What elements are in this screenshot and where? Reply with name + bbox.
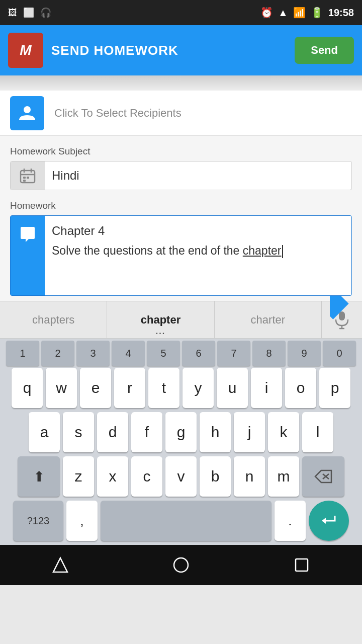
key-x[interactable]: x <box>97 456 128 497</box>
key-k[interactable]: k <box>268 412 299 452</box>
app-logo: M <box>8 33 43 68</box>
homework-text-prefix: Solve the questions at the end of the <box>52 244 243 257</box>
recents-button[interactable] <box>287 550 317 580</box>
recipients-bar[interactable]: Click To Select Recipients <box>0 91 362 136</box>
recipients-icon-box <box>10 96 44 130</box>
battery-icon: 🔋 <box>311 7 323 19</box>
app-bar: M SEND HOMEWORK Send <box>0 25 362 75</box>
key-z[interactable]: z <box>63 456 94 497</box>
key-l[interactable]: l <box>302 412 333 452</box>
svg-marker-13 <box>53 558 67 572</box>
key-5[interactable]: 5 <box>147 341 180 366</box>
keyboard: 1 2 3 4 5 6 7 8 9 0 q w e r t y u i o p … <box>0 339 362 545</box>
wifi-icon: ▲ <box>278 7 288 19</box>
key-4[interactable]: 4 <box>112 341 145 366</box>
key-h[interactable]: h <box>200 412 231 452</box>
key-j[interactable]: j <box>234 412 265 452</box>
subject-field <box>10 161 352 190</box>
svg-rect-6 <box>27 177 29 179</box>
key-e[interactable]: e <box>80 368 111 408</box>
key-1[interactable]: 1 <box>6 341 39 366</box>
keyboard-row-2: a s d f g h j k l <box>0 410 362 454</box>
key-o[interactable]: o <box>285 368 316 408</box>
key-q[interactable]: q <box>12 368 43 408</box>
svg-rect-5 <box>23 177 26 179</box>
sym-label: ?123 <box>27 515 50 527</box>
homework-content[interactable]: Chapter 4 Solve the questions at the end… <box>45 216 351 295</box>
key-g[interactable]: g <box>165 412 197 452</box>
keyboard-row-3: ⬆ z x c v b n m <box>0 454 362 499</box>
homework-line2: Solve the questions at the end of the ch… <box>52 244 344 258</box>
subject-section: Homework Subject <box>0 136 362 195</box>
chat-icon <box>11 216 45 295</box>
comma-key[interactable]: , <box>66 501 98 541</box>
key-v[interactable]: v <box>165 456 197 497</box>
back-button[interactable] <box>45 550 75 580</box>
key-u[interactable]: u <box>217 368 248 408</box>
app-title: SEND HOMEWORK <box>51 43 178 58</box>
signal-icon: 📶 <box>293 7 306 19</box>
key-b[interactable]: b <box>200 456 231 497</box>
key-2[interactable]: 2 <box>41 341 74 366</box>
home-button[interactable] <box>166 550 196 580</box>
backspace-key[interactable] <box>302 456 344 497</box>
home-icon <box>171 555 191 575</box>
homework-section: Homework Chapter 4 Solve the questions a… <box>0 195 362 301</box>
homework-word-chapter: chapter <box>243 244 282 257</box>
subject-input[interactable] <box>45 162 351 190</box>
comma-label: , <box>80 514 84 528</box>
key-w[interactable]: w <box>46 368 77 408</box>
status-right-info: ⏰ ▲ 📶 🔋 19:58 <box>260 7 354 19</box>
homework-label: Homework <box>10 200 352 211</box>
svg-point-14 <box>174 558 188 572</box>
headphone-icon: 🎧 <box>40 7 51 18</box>
key-y[interactable]: y <box>183 368 214 408</box>
key-7[interactable]: 7 <box>217 341 250 366</box>
cursor-handle <box>330 296 352 321</box>
recipients-label: Click To Select Recipients <box>54 107 182 120</box>
key-8[interactable]: 8 <box>252 341 286 366</box>
period-key[interactable]: . <box>275 501 306 541</box>
keyboard-row-4: ?123 , . <box>0 499 362 545</box>
autocomplete-chapters[interactable]: chapters <box>0 301 107 338</box>
calendar-icon <box>11 162 45 190</box>
enter-key[interactable] <box>309 501 349 541</box>
key-s[interactable]: s <box>63 412 94 452</box>
key-t[interactable]: t <box>148 368 179 408</box>
enter-icon <box>320 514 338 528</box>
key-i[interactable]: i <box>251 368 282 408</box>
key-d[interactable]: d <box>97 412 128 452</box>
sym-key[interactable]: ?123 <box>13 501 63 541</box>
blur-top <box>0 75 362 91</box>
key-n[interactable]: n <box>234 456 265 497</box>
backspace-icon <box>314 469 332 484</box>
app-bar-left: M SEND HOMEWORK <box>8 33 178 68</box>
key-p[interactable]: p <box>319 368 350 408</box>
clock-display: 19:58 <box>328 7 354 19</box>
text-cursor <box>282 245 283 258</box>
shift-key[interactable]: ⬆ <box>18 456 60 497</box>
person-icon <box>18 104 36 122</box>
number-row: 1 2 3 4 5 6 7 8 9 0 <box>0 339 362 366</box>
alarm-icon: ⏰ <box>260 7 273 19</box>
autocomplete-chapter[interactable]: chapter <box>107 301 214 338</box>
key-3[interactable]: 3 <box>76 341 110 366</box>
key-m[interactable]: m <box>268 456 299 497</box>
image-icon: 🖼 <box>8 8 17 18</box>
subject-label: Homework Subject <box>10 146 352 157</box>
key-0[interactable]: 0 <box>323 341 356 366</box>
space-key[interactable] <box>101 501 272 541</box>
key-6[interactable]: 6 <box>182 341 215 366</box>
autocomplete-charter[interactable]: charter <box>215 301 322 338</box>
key-r[interactable]: r <box>114 368 145 408</box>
recents-icon <box>292 555 312 575</box>
key-9[interactable]: 9 <box>288 341 321 366</box>
homework-field: Chapter 4 Solve the questions at the end… <box>10 215 352 296</box>
homework-line1: Chapter 4 <box>52 224 344 238</box>
key-c[interactable]: c <box>131 456 162 497</box>
tab-icon: ⬜ <box>23 7 34 18</box>
key-a[interactable]: a <box>29 412 60 452</box>
send-button[interactable]: Send <box>295 37 354 64</box>
svg-rect-15 <box>296 559 308 571</box>
key-f[interactable]: f <box>131 412 162 452</box>
